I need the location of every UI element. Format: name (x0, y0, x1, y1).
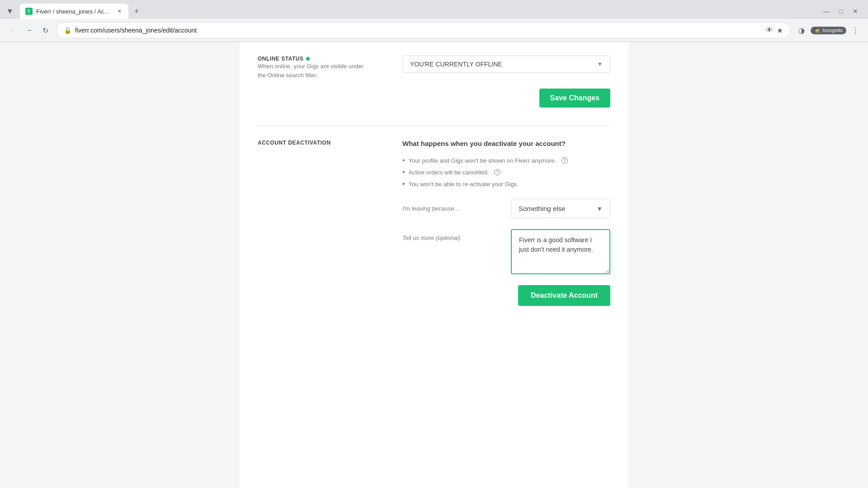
url-text: fiverr.com/users/sheena_jones/edit/accou… (75, 27, 762, 34)
online-status-dropdown[interactable]: YOU'RE CURRENTLY OFFLINE ▼ (402, 56, 610, 73)
main-container: ONLINE STATUS When online, your Gigs are… (240, 42, 628, 488)
menu-button[interactable]: ⋮ (848, 23, 863, 38)
leaving-reason-group: I'm leaving because... Something else ▼ (402, 199, 610, 218)
online-status-section: ONLINE STATUS When online, your Gigs are… (258, 42, 610, 126)
incognito-badge: 🕵 Incognito (811, 27, 846, 34)
online-status-desc-line1: When online, your Gigs are visible under (258, 63, 363, 70)
reason-dropdown-value: Something else (519, 205, 565, 212)
browser-chrome: ▼ f Fiverr / sheena_jones / Account ✕ + … (0, 0, 868, 42)
tab-bar: ▼ f Fiverr / sheena_jones / Account ✕ + … (0, 0, 868, 19)
browser-toolbar: ← → ↻ 🔒 fiverr.com/users/sheena_jones/ed… (0, 19, 868, 42)
reload-button[interactable]: ↻ (38, 23, 52, 38)
online-status-label-col: ONLINE STATUS When online, your Gigs are… (258, 56, 384, 80)
deactivate-btn-row: Deactivate Account (402, 285, 610, 306)
extensions-button[interactable]: ◑ (794, 23, 809, 38)
eye-slash-icon: 👁︎ (766, 26, 773, 34)
deactivation-bullet-2: Active orders will be cancelled. ? (402, 166, 610, 178)
browser-tab-active[interactable]: f Fiverr / sheena_jones / Account ✕ (20, 4, 128, 19)
deactivate-account-button[interactable]: Deactivate Account (518, 285, 610, 306)
tell-us-more-label: Tell us more (optional) (402, 229, 493, 241)
tab-close-button[interactable]: ✕ (116, 8, 123, 15)
tell-us-more-group: Tell us more (optional) (402, 229, 610, 274)
deactivation-bullets-list: Your profile and Gigs won't be shown on … (402, 155, 610, 190)
tab-favicon: f (25, 8, 33, 15)
nav-buttons: ← → ↻ (5, 23, 52, 38)
deactivation-question: What happens when you deactivate your ac… (402, 140, 610, 147)
save-changes-button[interactable]: Save Changes (539, 89, 610, 108)
incognito-label: Incognito (822, 28, 843, 33)
account-deactivation-section: ACCOUNT DEACTIVATION What happens when y… (258, 126, 610, 319)
dropdown-arrow-icon: ▼ (597, 61, 603, 67)
save-btn-row: Save Changes (258, 80, 610, 112)
toolbar-actions: ◑ 🕵 Incognito ⋮ (794, 23, 863, 38)
lock-icon: 🔒 (64, 27, 71, 34)
reason-dropdown-arrow-icon: ▼ (596, 205, 603, 212)
online-status-dot (306, 57, 310, 61)
online-status-control-col: YOU'RE CURRENTLY OFFLINE ▼ (402, 56, 610, 73)
minimize-button[interactable]: — (821, 6, 832, 17)
online-status-desc: When online, your Gigs are visible under… (258, 62, 384, 80)
incognito-icon: 🕵 (814, 28, 821, 33)
close-window-button[interactable]: ✕ (850, 6, 861, 17)
new-tab-button[interactable]: + (130, 5, 143, 18)
window-controls: — □ ✕ (821, 6, 864, 17)
tell-us-more-textarea[interactable] (511, 229, 610, 274)
deactivation-row: ACCOUNT DEACTIVATION What happens when y… (258, 140, 610, 306)
help-icon-profile[interactable]: ? (561, 157, 568, 164)
maximize-button[interactable]: □ (835, 6, 846, 17)
online-status-row: ONLINE STATUS When online, your Gigs are… (258, 56, 610, 80)
profile-icon-button[interactable]: ▼ (4, 5, 16, 18)
online-status-desc-line2: the Online search filter. (258, 72, 318, 79)
deactivation-content-col: What happens when you deactivate your ac… (402, 140, 610, 306)
deactivation-bullet-1: Your profile and Gigs won't be shown on … (402, 155, 610, 166)
deactivation-bullet-3: You won't be able to re-activate your Gi… (402, 178, 610, 190)
tab-controls-left: ▼ (4, 5, 16, 18)
tab-title: Fiverr / sheena_jones / Account (36, 8, 112, 15)
forward-button[interactable]: → (22, 23, 36, 38)
address-bar[interactable]: 🔒 fiverr.com/users/sheena_jones/edit/acc… (56, 22, 791, 38)
bookmark-icon: ★ (777, 26, 783, 35)
deactivation-section-label: ACCOUNT DEACTIVATION (258, 140, 384, 146)
help-icon-orders[interactable]: ? (494, 169, 500, 175)
online-status-dropdown-value: YOU'RE CURRENTLY OFFLINE (410, 61, 502, 68)
leaving-reason-label: I'm leaving because... (402, 205, 493, 212)
page-content: ONLINE STATUS When online, your Gigs are… (0, 42, 868, 488)
leaving-reason-dropdown[interactable]: Something else ▼ (511, 199, 610, 218)
back-button[interactable]: ← (5, 23, 20, 38)
online-status-label: ONLINE STATUS (258, 56, 303, 62)
deactivation-label-col: ACCOUNT DEACTIVATION (258, 140, 384, 306)
